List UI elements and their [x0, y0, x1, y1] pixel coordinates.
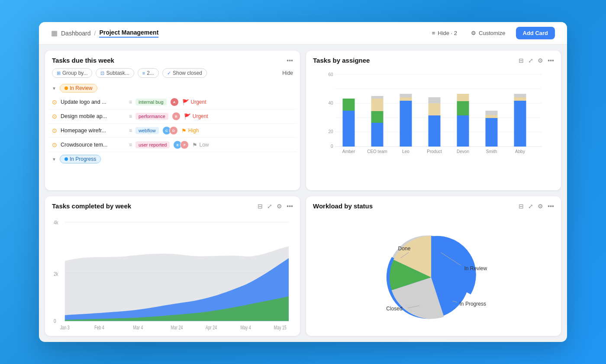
bar-gray	[514, 94, 526, 97]
bar-chart-area: 60 40 20 0 Amber CEO team	[306, 68, 561, 190]
assignee-card-title: Tasks by assignee	[313, 57, 370, 64]
group-in-progress-header[interactable]: ▼ In Progress	[48, 152, 297, 166]
breadcrumb-separator: /	[94, 30, 96, 37]
status-dot	[64, 157, 68, 161]
avatar: A	[170, 98, 179, 106]
svg-text:20: 20	[328, 129, 333, 134]
hide-fields-button[interactable]: Hide	[282, 70, 293, 76]
task-avatars: C D	[162, 126, 178, 135]
customize-button[interactable]: ⚙ Customize	[467, 28, 509, 38]
filter-2[interactable]: ≡ 2...	[138, 68, 159, 78]
bar-yellow	[400, 97, 412, 101]
svg-text:4k: 4k	[54, 219, 58, 226]
svg-text:Smith: Smith	[486, 149, 497, 154]
task-tag: performance	[135, 113, 168, 120]
settings-icon[interactable]: ⚙	[538, 57, 543, 64]
bar-blue	[486, 118, 498, 147]
task-row: ⊙ Homepage wirefr... ≡ webflow C D ⚑ Hig…	[48, 124, 297, 138]
task-list-icon: ≡	[129, 142, 132, 148]
svg-text:Mar 24: Mar 24	[171, 324, 183, 330]
task-status-icon: ⊙	[52, 141, 57, 148]
svg-text:0: 0	[54, 317, 56, 324]
svg-text:60: 60	[328, 72, 333, 77]
bar-gray	[429, 97, 441, 103]
in-review-badge: In Review	[60, 84, 97, 93]
bar-yellow	[486, 115, 498, 118]
pie-label-done: Done	[398, 246, 411, 252]
group-in-review-header[interactable]: ▼ In Review	[48, 81, 297, 95]
task-avatars: A	[170, 98, 179, 106]
flag-icon: ⚑	[181, 128, 187, 134]
tasks-body: ▼ In Review ⊙ Update logo and ... ≡ inte…	[45, 81, 300, 190]
task-priority: 🚩 Urgent	[184, 113, 210, 120]
more-icon[interactable]: •••	[548, 57, 554, 64]
task-avatars: E F	[173, 140, 189, 149]
filter-icon[interactable]: ⊟	[519, 203, 524, 210]
task-status-icon: ⊙	[52, 127, 57, 134]
flag-icon: 🚩	[182, 99, 189, 105]
bar-blue	[371, 123, 384, 147]
task-list-icon: ≡	[129, 113, 132, 119]
task-name: Crowdsource tem...	[61, 142, 126, 148]
chevron-icon: ▼	[52, 86, 56, 91]
assignee-card-actions: ⊟ ⤢ ⚙ •••	[519, 57, 554, 64]
svg-text:Amber: Amber	[342, 149, 355, 154]
task-status-icon: ⊙	[52, 99, 57, 105]
breadcrumb-dashboard[interactable]: Dashboard	[61, 30, 91, 37]
settings-icon[interactable]: ⚙	[538, 203, 543, 210]
expand-icon[interactable]: ⤢	[528, 203, 533, 210]
add-card-button[interactable]: Add Card	[516, 27, 555, 39]
svg-text:0: 0	[331, 144, 333, 149]
settings-icon[interactable]: ⚙	[277, 203, 282, 210]
task-name: Design mobile ap...	[61, 113, 126, 119]
bar-gray	[371, 96, 384, 99]
svg-text:Product: Product	[427, 149, 442, 154]
bar-blue	[400, 101, 412, 147]
filter-icon[interactable]: ⊟	[519, 57, 524, 64]
bar-blue	[343, 111, 355, 147]
tasks-filters: ⊞ Group by... ⊡ Subtask... ≡ 2... ✓ Show…	[45, 68, 300, 81]
task-tag: internal bug	[135, 99, 167, 105]
bar-blue	[429, 115, 441, 147]
bar-yellow	[371, 99, 384, 111]
subtask-filter[interactable]: ⊡ Subtask...	[96, 68, 134, 78]
task-row: ⊙ Crowdsource tem... ≡ user reported E F…	[48, 138, 297, 152]
task-row: ⊙ Update logo and ... ≡ internal bug A 🚩…	[48, 95, 297, 109]
expand-icon[interactable]: ⤢	[528, 57, 533, 64]
bar-yellow	[457, 94, 469, 101]
tasks-due-card: Tasks due this week ••• ⊞ Group by... ⊡ …	[45, 51, 300, 190]
svg-text:40: 40	[328, 101, 333, 105]
task-list-icon: ≡	[129, 128, 132, 134]
svg-text:Mar 4: Mar 4	[133, 324, 143, 330]
area-chart-container: 4k 2k 0 Jan 3 Feb 4 Mar	[45, 214, 300, 336]
bar-chart-svg: 60 40 20 0 Amber CEO team	[313, 70, 554, 165]
bar-blue	[514, 101, 526, 147]
gear-icon: ⚙	[471, 30, 476, 36]
check-icon: ✓	[167, 70, 171, 76]
group-by-filter[interactable]: ⊞ Group by...	[52, 68, 92, 78]
show-closed-filter[interactable]: ✓ Show closed	[162, 68, 207, 78]
area-chart-svg: 4k 2k 0 Jan 3 Feb 4 Mar	[52, 214, 293, 332]
group-icon: ⊞	[57, 70, 61, 76]
task-priority: 🚩 Urgent	[182, 99, 208, 105]
expand-icon[interactable]: ⤢	[267, 203, 272, 210]
more-icon[interactable]: •••	[548, 203, 554, 210]
hide-icon: ≡	[432, 30, 435, 36]
filter-icon[interactable]: ⊟	[258, 203, 263, 210]
more-icon[interactable]: •••	[287, 57, 293, 64]
svg-text:Leo: Leo	[402, 149, 409, 154]
hide-button[interactable]: ≡ Hide · 2	[429, 28, 461, 38]
nav-actions: ≡ Hide · 2 ⚙ Customize Add Card	[429, 27, 555, 39]
top-nav: ▦ Dashboard / Project Management ≡ Hide …	[39, 22, 567, 45]
tasks-due-title: Tasks due this week	[52, 57, 114, 64]
more-icon[interactable]: •••	[287, 203, 293, 210]
task-name: Update logo and ...	[61, 99, 126, 105]
svg-text:CEO team: CEO team	[367, 149, 387, 154]
assignee-card-header: Tasks by assignee ⊟ ⤢ ⚙ •••	[306, 51, 561, 68]
content-grid: Tasks due this week ••• ⊞ Group by... ⊡ …	[39, 45, 567, 342]
svg-text:Feb 4: Feb 4	[94, 324, 104, 330]
subtask-icon: ⊡	[100, 70, 104, 76]
tasks-due-header: Tasks due this week •••	[45, 51, 300, 68]
bar-yellow	[429, 103, 441, 115]
svg-text:2k: 2k	[54, 270, 58, 277]
